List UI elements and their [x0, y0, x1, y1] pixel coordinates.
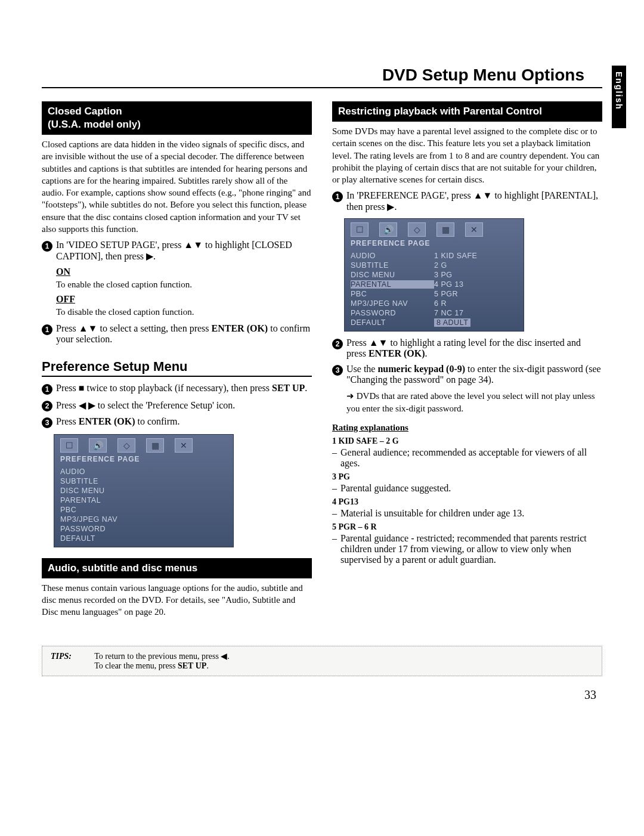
- osd-tab-icon: ✕: [465, 222, 483, 237]
- right-column: Restricting playback with Parental Contr…: [332, 101, 602, 622]
- osd-menu-item: PASSWORD: [54, 524, 233, 534]
- cc-step1-text: In 'VIDEO SETUP PAGE', press ▲▼ to highl…: [56, 240, 312, 262]
- osd-tab-icon: ☐: [60, 438, 78, 453]
- pref-step-1: 1 Press ■ twice to stop playback (if nec…: [42, 383, 312, 395]
- rating-description: –Parental guidance suggested.: [332, 483, 602, 494]
- rating-description: –General audience; recommended as accept…: [332, 447, 602, 469]
- parental-arrow-note: ➜ DVDs that are rated above the level yo…: [346, 390, 602, 414]
- manual-page: English DVD Setup Menu Options Closed Ca…: [0, 0, 644, 726]
- left-column: Closed Caption (U.S.A. model only) Close…: [42, 101, 312, 622]
- pref-step1-text: Press ■ twice to stop playback (if neces…: [56, 383, 307, 394]
- cc-step-1: 1 In 'VIDEO SETUP PAGE', press ▲▼ to hig…: [42, 240, 312, 262]
- pref-setup-title: Preference Setup Menu: [42, 359, 312, 377]
- language-tab: English: [612, 66, 626, 128]
- parental-header: Restricting playback with Parental Contr…: [332, 101, 602, 122]
- osd-tab-icon: ◇: [117, 438, 135, 453]
- osd-icon-row: ☐ 🔊 ◇ ▦ ✕: [54, 435, 233, 454]
- osd-menu-item: AUDIO: [54, 467, 233, 476]
- page-title: DVD Setup Menu Options: [42, 66, 584, 85]
- osd-menu-item: DISC MENU3 PG: [345, 270, 524, 280]
- osd-preference-page-1: ☐ 🔊 ◇ ▦ ✕ PREFERENCE PAGE AUDIOSUBTITLED…: [54, 434, 234, 547]
- tips-box: TIPS: To return to the previous menu, pr…: [42, 646, 602, 676]
- tips-line-2: To clear the menu, press SET UP.: [94, 661, 209, 670]
- osd-menu-item: PARENTAL4 PG 13: [345, 280, 524, 289]
- rating-title: 5 PGR – 6 R: [332, 522, 602, 532]
- osd-icon-row: ☐ 🔊 ◇ ▦ ✕: [345, 219, 524, 238]
- osd-menu-item: PBC5 PGR: [345, 289, 524, 299]
- parental-step-2: 2 Press ▲▼ to highlight a rating level f…: [332, 338, 602, 359]
- audio-subtitle-para: These menus contain various language opt…: [42, 582, 312, 618]
- osd-page-label: PREFERENCE PAGE: [345, 238, 524, 251]
- osd-menu-item: SUBTITLE: [54, 476, 233, 486]
- osd-menu-item: DEFAULT: [54, 534, 233, 543]
- page-number: 33: [42, 688, 602, 702]
- osd-tab-icon: ▦: [146, 438, 164, 453]
- step-number-icon: 1: [42, 324, 52, 335]
- osd-page-label: PREFERENCE PAGE: [54, 454, 233, 467]
- parental-step3-text: Use the numeric keypad (0-9) to enter th…: [346, 364, 602, 385]
- cc-off-label: OFF: [56, 294, 312, 305]
- cc-confirm-text: Press ▲▼ to select a setting, then press…: [56, 323, 312, 345]
- step-number-icon: 2: [42, 401, 52, 411]
- audio-subtitle-header: Audio, subtitle and disc menus: [42, 558, 312, 578]
- parental-step-1: 1 In 'PREFERENCE PAGE', press ▲▼ to high…: [332, 190, 602, 212]
- pref-step3-text: Press ENTER (OK) to confirm.: [56, 416, 180, 427]
- title-row: DVD Setup Menu Options: [42, 66, 602, 88]
- pref-step-2: 2 Press ◀ ▶ to select the 'Preference Se…: [42, 400, 312, 411]
- osd-menu-item: MP3/JPEG NAV: [54, 515, 233, 524]
- closed-caption-para: Closed captions are data hidden in the v…: [42, 138, 312, 235]
- osd-menu-item: DISC MENU: [54, 486, 233, 496]
- pref-step2-text: Press ◀ ▶ to select the 'Preference Setu…: [56, 400, 235, 411]
- parental-step-3: 3 Use the numeric keypad (0-9) to enter …: [332, 364, 602, 385]
- osd-tab-icon: 🔊: [89, 438, 107, 453]
- rating-title: 4 PG13: [332, 497, 602, 507]
- parental-step2-text: Press ▲▼ to highlight a rating level for…: [346, 338, 602, 359]
- rating-description: –Parental guidance - restricted; recomme…: [332, 533, 602, 565]
- closed-caption-header: Closed Caption (U.S.A. model only): [42, 101, 312, 135]
- step-number-icon: 3: [42, 417, 52, 428]
- rating-title: 1 KID SAFE – 2 G: [332, 436, 602, 446]
- osd-menu-item: PBC: [54, 505, 233, 515]
- osd-tab-icon: ▦: [436, 222, 454, 237]
- cc-off-desc: To disable the closed caption function.: [56, 306, 312, 318]
- rating-description: –Material is unsuitable for children und…: [332, 508, 602, 519]
- cc-step-confirm: 1 Press ▲▼ to select a setting, then pre…: [42, 323, 312, 345]
- osd-tab-icon: ☐: [351, 222, 369, 237]
- step-number-icon: 2: [332, 339, 343, 349]
- osd-preference-page-2: ☐ 🔊 ◇ ▦ ✕ PREFERENCE PAGE AUDIO1 KID SAF…: [344, 218, 524, 332]
- rating-title: 3 PG: [332, 472, 602, 482]
- parental-step1-text: In 'PREFERENCE PAGE', press ▲▼ to highli…: [346, 190, 602, 212]
- tips-line-1: To return to the previous menu, press ◀.: [94, 652, 230, 661]
- osd-tab-icon: 🔊: [379, 222, 397, 237]
- cc-on-desc: To enable the closed caption function.: [56, 278, 312, 290]
- osd-menu-item: PARENTAL: [54, 496, 233, 505]
- rating-explanations-header: Rating explanations: [332, 423, 602, 433]
- osd-menu-item: DEFAULT8 ADULT: [345, 318, 524, 327]
- osd-menu-item: PASSWORD7 NC 17: [345, 308, 524, 318]
- parental-para: Some DVDs may have a parental level assi…: [332, 125, 602, 185]
- pref-step-3: 3 Press ENTER (OK) to confirm.: [42, 416, 312, 428]
- step-number-icon: 3: [332, 365, 343, 376]
- step-number-icon: 1: [42, 384, 52, 395]
- osd-tab-icon: ✕: [175, 438, 193, 453]
- step-number-icon: 1: [332, 191, 343, 202]
- osd-menu-item: AUDIO1 KID SAFE: [345, 251, 524, 261]
- cc-on-label: ON: [56, 267, 312, 277]
- osd-tab-icon: ◇: [408, 222, 426, 237]
- tips-label: TIPS:: [51, 652, 92, 661]
- osd-menu-item: SUBTITLE2 G: [345, 261, 524, 270]
- step-number-icon: 1: [42, 241, 52, 252]
- osd-menu-item: MP3/JPEG NAV6 R: [345, 299, 524, 308]
